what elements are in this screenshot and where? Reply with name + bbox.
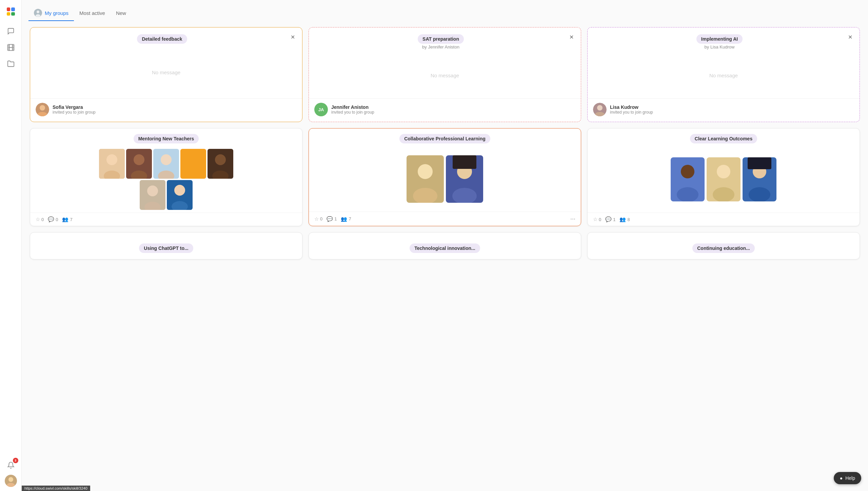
inviter-name: Sofia Vergara xyxy=(53,104,96,110)
svg-point-12 xyxy=(37,11,39,13)
more-options-button[interactable]: ··· xyxy=(570,215,575,222)
no-message-text: No message xyxy=(152,70,180,75)
card-footer-invite: Sofia Vergara invited you to join group xyxy=(30,98,302,122)
svg-point-33 xyxy=(147,185,158,196)
card-body xyxy=(309,146,581,212)
comment-icon: 💬 xyxy=(48,216,54,222)
card-body xyxy=(588,146,860,213)
stars-count: 0 xyxy=(320,216,322,221)
members-icon: 👥 xyxy=(341,216,347,222)
inviter-info: Sofia Vergara invited you to join group xyxy=(53,104,96,115)
invite-card-detailed-feedback: Detailed feedback ✕ No message Sofia Ver… xyxy=(30,27,302,122)
members-icon: 👥 xyxy=(619,216,626,222)
card-header: Continuing education... xyxy=(588,233,860,258)
group-card-chatgpt: Using ChatGPT to... xyxy=(30,232,302,259)
star-icon: ☆ xyxy=(593,216,597,222)
stars-count: 0 xyxy=(41,217,44,222)
tab-most-active[interactable]: Most active xyxy=(74,7,111,20)
card-title: Collaborative Professional Learning xyxy=(399,134,490,143)
members-stat: 👥 7 xyxy=(62,216,72,222)
comments-count: 1 xyxy=(334,216,337,221)
group-card-continuing-ed: Continuing education... xyxy=(587,232,860,259)
svg-point-9 xyxy=(8,477,13,482)
main-content: My groups Most active New Detailed feedb… xyxy=(22,0,868,491)
star-icon: ☆ xyxy=(314,216,319,222)
inviter-info: Jennifer Aniston invited you to join gro… xyxy=(331,104,374,115)
app-logo[interactable] xyxy=(3,4,18,19)
groups-grid: Detailed feedback ✕ No message Sofia Ver… xyxy=(22,21,868,266)
card-header: Mentoring New Teachers xyxy=(30,129,302,146)
inviter-name: Jennifer Aniston xyxy=(331,104,374,110)
help-icon: ● xyxy=(840,475,843,481)
comments-count: 0 xyxy=(56,217,58,222)
tabs-bar: My groups Most active New xyxy=(22,0,868,21)
inviter-action: invited you to join group xyxy=(331,110,374,115)
film-icon[interactable] xyxy=(4,41,18,54)
card-title: Using ChatGPT to... xyxy=(139,243,193,253)
svg-rect-54 xyxy=(748,157,771,169)
members-stat: 👥 8 xyxy=(619,216,630,222)
no-message-text: No message xyxy=(709,73,738,78)
svg-point-30 xyxy=(215,154,226,165)
group-card-technological: Technological innovation... xyxy=(309,232,581,259)
card-title: Continuing education... xyxy=(692,243,755,253)
sidebar: 3 xyxy=(0,0,22,491)
group-card-clear-learning: Clear Learning Outcomes xyxy=(587,128,860,226)
close-button[interactable]: ✕ xyxy=(289,33,297,41)
inviter-avatar xyxy=(36,103,49,116)
card-title: Detailed feedback xyxy=(137,34,187,44)
no-message-text: No message xyxy=(431,73,459,78)
notification-count: 3 xyxy=(13,458,18,463)
svg-point-49 xyxy=(717,165,730,178)
star-icon: ☆ xyxy=(36,216,40,222)
comment-icon: 💬 xyxy=(605,216,612,222)
help-label: Help xyxy=(845,475,855,481)
invite-card-sat-preparation: SAT preparation by Jennifer Aniston ✕ No… xyxy=(309,27,581,122)
tab-new-label: New xyxy=(116,10,126,16)
card-body: No message xyxy=(309,52,581,98)
svg-point-50 xyxy=(713,187,734,201)
members-count: 7 xyxy=(70,217,72,222)
card-footer-stats: ☆ 0 💬 0 👥 7 xyxy=(30,213,302,226)
card-body xyxy=(30,146,302,213)
card-footer-stats: ☆ 0 💬 1 👥 8 xyxy=(588,213,860,226)
card-title: Implementing AI xyxy=(696,34,743,44)
card-header: Implementing AI by Lisa Kudrow ✕ xyxy=(588,27,860,52)
svg-point-27 xyxy=(161,154,172,165)
card-subtitle: by Lisa Kudrow xyxy=(699,44,740,50)
tab-my-groups[interactable]: My groups xyxy=(28,5,74,21)
card-header: Clear Learning Outcomes xyxy=(588,129,860,146)
inviter-action: invited you to join group xyxy=(610,110,653,115)
svg-point-18 xyxy=(597,105,603,111)
card-body: No message xyxy=(588,52,860,98)
card-header: Using ChatGPT to... xyxy=(30,233,302,258)
notification-bell[interactable]: 3 xyxy=(4,458,18,472)
members-count: 8 xyxy=(627,217,630,222)
stars-count: 0 xyxy=(599,217,601,222)
card-subtitle: by Jennifer Aniston xyxy=(417,44,465,50)
user-avatar[interactable] xyxy=(5,475,17,487)
card-title: Clear Learning Outcomes xyxy=(690,134,757,143)
svg-point-21 xyxy=(106,154,117,165)
card-header: SAT preparation by Jennifer Aniston ✕ xyxy=(309,27,581,52)
tab-most-active-label: Most active xyxy=(79,10,105,16)
close-button[interactable]: ✕ xyxy=(567,33,575,41)
card-header: Technological innovation... xyxy=(309,233,581,258)
card-title: Technological innovation... xyxy=(410,243,480,253)
tab-avatar xyxy=(34,9,42,17)
inviter-avatar-initials: JA xyxy=(314,103,328,116)
help-button[interactable]: ● Help xyxy=(834,472,861,484)
chat-icon[interactable] xyxy=(4,24,18,38)
comment-icon: 💬 xyxy=(327,216,333,222)
members-count: 7 xyxy=(349,216,351,221)
svg-point-39 xyxy=(418,164,433,179)
folder-icon[interactable] xyxy=(4,57,18,71)
group-card-mentoring: Mentoring New Teachers xyxy=(30,128,302,226)
tab-new[interactable]: New xyxy=(111,7,132,20)
close-button[interactable]: ✕ xyxy=(846,33,854,41)
svg-point-47 xyxy=(677,187,698,201)
inviter-avatar xyxy=(593,103,607,116)
svg-point-13 xyxy=(36,14,40,17)
invite-card-implementing-ai: Implementing AI by Lisa Kudrow ✕ No mess… xyxy=(587,27,860,122)
svg-point-36 xyxy=(174,185,185,196)
